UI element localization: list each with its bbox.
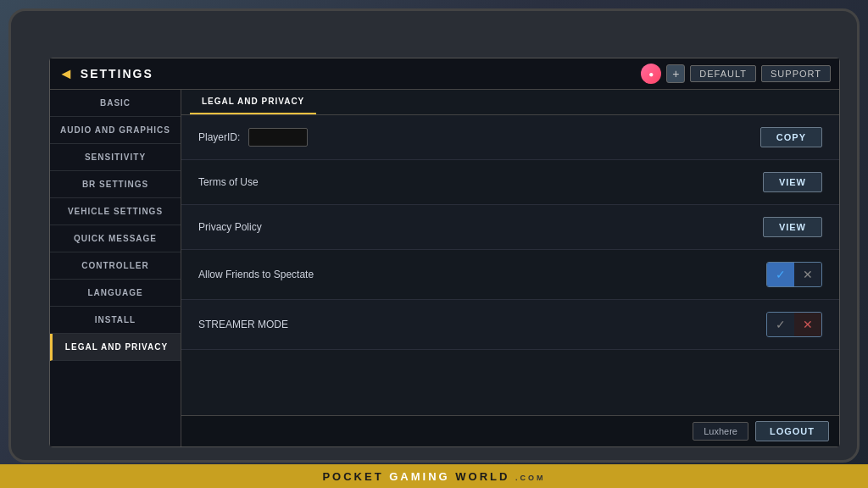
streamer-toggle-on-option[interactable]: ✓ [767, 313, 794, 336]
content-area: PlayerID: COPY Terms of Use VIEW Privacy… [181, 115, 839, 415]
sidebar-item-vehicle-settings[interactable]: VEHICLE SETTINGS [50, 198, 181, 225]
gem-icon: ● [641, 64, 661, 84]
footer-bar: Luxhere LOGOUT [181, 415, 839, 446]
sidebar-item-quick-message[interactable]: QUICK MESSAGE [50, 225, 181, 252]
logout-button[interactable]: LOGOUT [755, 421, 829, 441]
privacy-policy-row: Privacy Policy VIEW [181, 205, 839, 250]
watermark-strip: POCKET GAMING WORLD .COM [0, 464, 868, 488]
sidebar-item-language[interactable]: LANGUAGE [50, 280, 181, 307]
plus-button[interactable]: + [666, 64, 685, 83]
default-button[interactable]: DEFAULT [690, 65, 756, 82]
page-title: SETTINGS [81, 67, 153, 80]
terms-of-use-row: Terms of Use VIEW [181, 160, 839, 205]
streamer-mode-toggle[interactable]: ✓ ✕ [766, 312, 822, 337]
back-button[interactable]: ◄ [58, 65, 74, 83]
terms-of-use-label: Terms of Use [198, 176, 259, 188]
player-id-row: PlayerID: COPY [181, 115, 839, 160]
settings-body: BASIC AUDIO AND GRAPHICS SENSITIVITY BR … [50, 90, 839, 446]
sidebar-item-legal-privacy[interactable]: LEGAL AND PRIVACY [50, 334, 181, 361]
sidebar-item-sensitivity[interactable]: SENSITIVITY [50, 144, 181, 171]
dot-com-text: .COM [515, 474, 546, 482]
tab-bar: LEGAL AND PRIVACY [181, 90, 839, 115]
sidebar-item-basic[interactable]: BASIC [50, 90, 181, 117]
settings-header: ◄ SETTINGS ● + DEFAULT SUPPORT [50, 58, 839, 90]
streamer-toggle-off-option[interactable]: ✕ [794, 313, 821, 336]
end-text: WORLD [455, 470, 509, 483]
player-id-value [248, 128, 308, 147]
settings-panel: ◄ SETTINGS ● + DEFAULT SUPPORT BASIC AUD… [49, 58, 840, 447]
support-button[interactable]: SUPPORT [761, 65, 831, 82]
highlight-text: GAMING [389, 470, 449, 483]
toggle-off-option[interactable]: ✕ [794, 263, 821, 286]
main-content: LEGAL AND PRIVACY PlayerID: COPY Terms o… [181, 90, 839, 446]
sidebar-item-br-settings[interactable]: BR SETTINGS [50, 171, 181, 198]
watermark-text: POCKET GAMING WORLD .COM [322, 470, 545, 483]
privacy-policy-label: Privacy Policy [198, 221, 262, 233]
privacy-view-button[interactable]: VIEW [763, 217, 822, 237]
allow-friends-label: Allow Friends to Spectate [198, 269, 314, 280]
brand-text: POCKET [322, 470, 383, 483]
allow-friends-toggle[interactable]: ✓ ✕ [766, 262, 822, 287]
player-id-label: PlayerID: [198, 128, 308, 147]
allow-friends-row: Allow Friends to Spectate ✓ ✕ [181, 250, 839, 300]
terms-view-button[interactable]: VIEW [763, 172, 822, 192]
streamer-mode-row: STREAMER MODE ✓ ✕ [181, 300, 839, 350]
toggle-on-option[interactable]: ✓ [767, 263, 794, 286]
copy-button[interactable]: COPY [760, 127, 822, 147]
streamer-mode-label: STREAMER MODE [198, 319, 288, 330]
sidebar-item-install[interactable]: INSTALL [50, 307, 181, 334]
device-frame: ◄ SETTINGS ● + DEFAULT SUPPORT BASIC AUD… [8, 8, 860, 463]
tab-legal-privacy[interactable]: LEGAL AND PRIVACY [190, 90, 316, 114]
sidebar-item-controller[interactable]: CONTROLLER [50, 252, 181, 280]
sidebar: BASIC AUDIO AND GRAPHICS SENSITIVITY BR … [50, 90, 181, 446]
title-area: ◄ SETTINGS [58, 65, 153, 83]
username-display: Luxhere [693, 422, 748, 441]
sidebar-item-audio-graphics[interactable]: AUDIO AND GRAPHICS [50, 117, 181, 144]
header-right: ● + DEFAULT SUPPORT [641, 64, 831, 84]
